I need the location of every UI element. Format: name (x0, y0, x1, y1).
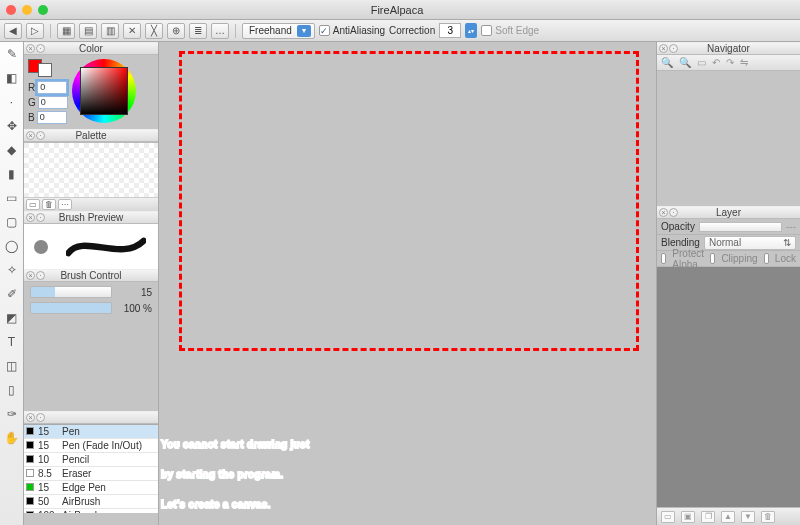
checkbox-icon[interactable] (764, 253, 769, 264)
layer-up-icon[interactable]: ▲ (721, 511, 735, 523)
panel-close-icon[interactable]: × (26, 413, 35, 422)
r-input[interactable]: 0 (37, 81, 67, 94)
brush-list-item[interactable]: 15Pen (Fade In/Out) (24, 439, 158, 453)
brush-list-item[interactable]: 100AirBrush (24, 509, 158, 514)
tool-eyedrop-icon[interactable]: ✑ (2, 404, 22, 424)
toolbar-snap3-icon[interactable]: ⊕ (167, 23, 185, 39)
panel-close-icon[interactable]: × (26, 44, 35, 53)
panel-menu-icon[interactable]: · (36, 213, 45, 222)
layer-dup-icon[interactable]: ❐ (701, 511, 715, 523)
softedge-checkbox[interactable]: Soft Edge (481, 25, 539, 36)
b-input[interactable]: 0 (37, 111, 67, 124)
brush-opacity-slider[interactable] (30, 302, 112, 314)
layer-del-icon[interactable]: 🗑 (761, 511, 775, 523)
clipping-label: Clipping (721, 253, 757, 264)
draw-mode-select[interactable]: Freehand (242, 23, 315, 39)
tool-object-icon[interactable]: ◫ (2, 356, 22, 376)
navigator-header: ×· Navigator (657, 42, 800, 55)
panel-close-icon[interactable]: × (26, 271, 35, 280)
brush-list-item[interactable]: 10Pencil (24, 453, 158, 467)
panel-close-icon[interactable]: × (26, 131, 35, 140)
tool-select-icon[interactable]: ▢ (2, 212, 22, 232)
navigator-body[interactable] (657, 71, 800, 206)
brush-size-slider[interactable] (30, 286, 112, 298)
toolbar-play-icon[interactable]: ▷ (26, 23, 44, 39)
checkbox-icon[interactable] (710, 253, 715, 264)
tool-bucket-icon[interactable]: ▮ (2, 164, 22, 184)
panel-menu-icon[interactable]: · (36, 413, 45, 422)
toolbar-grid2-icon[interactable]: ▥ (101, 23, 119, 39)
toolbar-speaker-icon[interactable]: ◀ (4, 23, 22, 39)
layer-new-icon[interactable]: ▭ (661, 511, 675, 523)
nav-zoomout-icon[interactable]: 🔍 (679, 57, 691, 68)
panel-menu-icon[interactable]: · (669, 208, 678, 217)
brush-preview-body (24, 224, 158, 269)
tool-fill-icon[interactable]: ◆ (2, 140, 22, 160)
color-square[interactable] (80, 67, 128, 115)
zoom-window-button[interactable] (38, 5, 48, 15)
nav-rotleft-icon[interactable]: ↶ (712, 57, 720, 68)
tool-lasso-icon[interactable]: ◯ (2, 236, 22, 256)
layer-opacity-slider[interactable] (699, 222, 782, 232)
panel-close-icon[interactable]: × (26, 213, 35, 222)
background-swatch[interactable] (38, 63, 52, 77)
layer-header: ×· Layer (657, 206, 800, 219)
left-column: ×· Color R0 G0 B0 ×· (24, 42, 159, 525)
checkbox-icon[interactable] (661, 253, 666, 264)
panel-close-icon[interactable]: × (659, 208, 668, 217)
toolbar-transform-icon[interactable]: ▦ (57, 23, 75, 39)
tool-gradient-icon[interactable]: ▭ (2, 188, 22, 208)
toolbar-grid-icon[interactable]: ▤ (79, 23, 97, 39)
brush-list-item[interactable]: 8.5Eraser (24, 467, 158, 481)
annotation-dashed-box (179, 51, 639, 351)
tool-selpen-icon[interactable]: ✐ (2, 284, 22, 304)
nav-flip-icon[interactable]: ⇋ (740, 57, 748, 68)
brush-control-title: Brush Control (60, 270, 121, 281)
palette-body[interactable] (24, 142, 158, 197)
brush-preview-title: Brush Preview (59, 212, 123, 223)
panel-menu-icon[interactable]: · (36, 44, 45, 53)
layer-blending-select[interactable]: Normal⇅ (704, 236, 796, 250)
brush-list-item[interactable]: 50AirBrush (24, 495, 158, 509)
nav-fit-icon[interactable]: ▭ (697, 57, 706, 68)
layer-folder-icon[interactable]: ▣ (681, 511, 695, 523)
toolbar-snap2-icon[interactable]: ╳ (145, 23, 163, 39)
nav-zoomin-icon[interactable]: 🔍 (661, 57, 673, 68)
tool-strip: ✎ ◧ · ✥ ◆ ▮ ▭ ▢ ◯ ✧ ✐ ◩ T ◫ ▯ ✑ ✋ (0, 42, 24, 525)
panel-menu-icon[interactable]: · (36, 271, 45, 280)
antialias-checkbox[interactable]: ✓ AntiAliasing (319, 25, 385, 36)
tool-move-icon[interactable]: ✥ (2, 116, 22, 136)
panel-menu-icon[interactable]: · (669, 44, 678, 53)
color-panel-title: Color (79, 43, 103, 54)
canvas-area[interactable]: You cannot start drawing just by startin… (159, 42, 656, 525)
toolbar-snap5-icon[interactable]: … (211, 23, 229, 39)
tool-brush-icon[interactable]: ✎ (2, 44, 22, 64)
palette-add-icon[interactable]: ▭ (26, 199, 40, 210)
panel-menu-icon[interactable]: · (36, 131, 45, 140)
tool-eraser-icon[interactable]: ◧ (2, 68, 22, 88)
correction-stepper[interactable]: ▴▾ (465, 23, 477, 38)
toolbar-snap4-icon[interactable]: ≣ (189, 23, 207, 39)
palette-opt-icon[interactable]: ⋯ (58, 199, 72, 210)
tool-dotpen-icon[interactable]: · (2, 92, 22, 112)
close-window-button[interactable] (6, 5, 16, 15)
tool-magic-icon[interactable]: ✧ (2, 260, 22, 280)
palette-del-icon[interactable]: 🗑 (42, 199, 56, 210)
layer-down-icon[interactable]: ▼ (741, 511, 755, 523)
brush-preview-header: ×· Brush Preview (24, 211, 158, 224)
nav-rotright-icon[interactable]: ↷ (726, 57, 734, 68)
g-input[interactable]: 0 (38, 96, 68, 109)
tool-seleraser-icon[interactable]: ◩ (2, 308, 22, 328)
layer-list-area[interactable] (657, 267, 800, 507)
color-wheel[interactable] (72, 59, 136, 123)
tool-text-icon[interactable]: T (2, 332, 22, 352)
correction-input[interactable]: 3 (439, 23, 461, 38)
panel-close-icon[interactable]: × (659, 44, 668, 53)
tool-hand-icon[interactable]: ✋ (2, 428, 22, 448)
brush-list-item[interactable]: 15Pen (24, 425, 158, 439)
toolbar-snap1-icon[interactable]: ✕ (123, 23, 141, 39)
brush-list-item[interactable]: 15Edge Pen (24, 481, 158, 495)
minimize-window-button[interactable] (22, 5, 32, 15)
tool-divide-icon[interactable]: ▯ (2, 380, 22, 400)
color-panel-body: R0 G0 B0 (24, 55, 158, 129)
